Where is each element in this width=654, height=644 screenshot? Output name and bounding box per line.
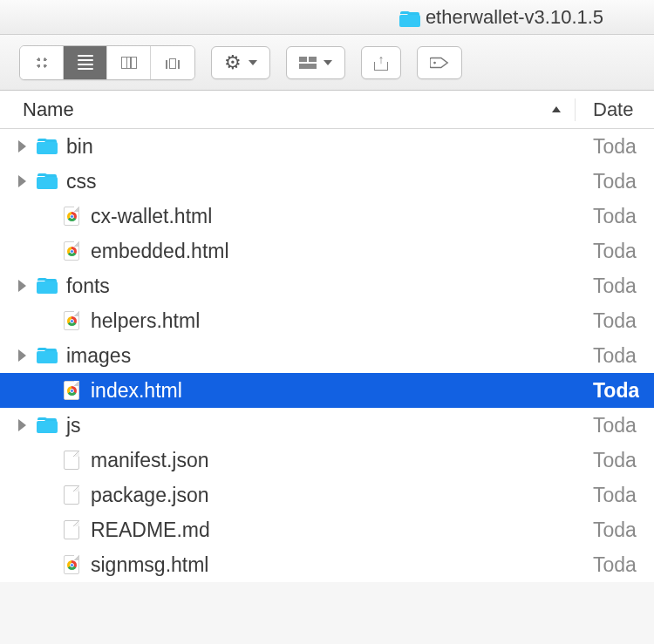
window-title: etherwallet-v3.10.1.5 [426, 6, 603, 29]
svg-rect-4 [37, 281, 58, 294]
file-date: Toda [593, 170, 637, 193]
view-icons-button[interactable] [20, 46, 64, 79]
file-name: images [66, 344, 131, 368]
svg-rect-3 [37, 177, 58, 189]
columns-icon [121, 57, 137, 69]
folder-icon [37, 172, 58, 191]
html-file-icon [61, 381, 82, 400]
folder-icon [37, 276, 58, 295]
file-name: helpers.html [91, 309, 200, 333]
file-row[interactable]: cx-wallet.htmlToda [0, 199, 654, 234]
share-icon: ↑ [374, 55, 388, 71]
file-date: Toda [593, 519, 637, 541]
file-name: signmsg.html [91, 553, 208, 577]
file-row[interactable]: README.mdToda [0, 512, 654, 547]
file-name: bin [66, 135, 93, 159]
file-name: js [66, 414, 81, 437]
view-list-button[interactable] [64, 46, 107, 79]
file-row[interactable]: binToda [0, 129, 654, 164]
coverflow-icon [163, 57, 182, 69]
column-header-date[interactable]: Date [576, 98, 654, 121]
gear-icon: ⚙ [224, 53, 242, 72]
tag-icon [430, 56, 449, 70]
file-date: Toda [593, 379, 639, 402]
html-file-icon [61, 241, 82, 261]
file-name: manifest.json [91, 449, 209, 472]
share-button[interactable]: ↑ [361, 46, 401, 79]
file-date: Toda [593, 205, 637, 227]
column-header-row: Name Date [0, 91, 654, 129]
grid-icon [36, 57, 48, 69]
svg-point-1 [433, 61, 436, 64]
window-titlebar: etherwallet-v3.10.1.5 [0, 0, 654, 35]
file-icon [61, 520, 82, 539]
chevron-down-icon [249, 60, 257, 65]
list-icon [78, 55, 93, 70]
file-row[interactable]: helpers.htmlToda [0, 303, 654, 338]
svg-rect-5 [37, 351, 58, 363]
arrange-menu-button[interactable] [286, 46, 345, 79]
file-row[interactable]: fontsToda [0, 268, 654, 303]
file-name: README.md [91, 519, 210, 542]
svg-rect-2 [37, 142, 58, 154]
file-date: Toda [593, 275, 637, 297]
arrange-icon [299, 57, 317, 69]
file-row[interactable]: jsToda [0, 408, 654, 443]
view-columns-button[interactable] [107, 46, 151, 79]
disclosure-triangle-icon[interactable] [16, 175, 28, 187]
file-row[interactable]: embedded.htmlToda [0, 234, 654, 268]
file-name: embedded.html [91, 240, 229, 263]
file-date: Toda [593, 553, 637, 576]
file-date: Toda [593, 414, 637, 437]
svg-rect-0 [399, 15, 420, 27]
folder-icon [37, 137, 58, 156]
chevron-down-icon [324, 60, 332, 65]
column-header-name-label: Name [23, 98, 74, 121]
file-date: Toda [593, 449, 637, 471]
disclosure-triangle-icon[interactable] [16, 140, 28, 153]
file-name: index.html [91, 379, 182, 403]
column-header-name[interactable]: Name [0, 98, 576, 121]
file-name: css [66, 170, 97, 193]
action-menu-button[interactable]: ⚙ [211, 46, 270, 79]
file-name: fonts [66, 275, 110, 298]
html-file-icon [61, 207, 82, 226]
file-row[interactable]: manifest.jsonToda [0, 443, 654, 478]
file-date: Toda [593, 135, 637, 158]
toolbar: ⚙ ↑ [0, 35, 654, 91]
disclosure-triangle-icon[interactable] [16, 419, 28, 431]
svg-rect-6 [37, 421, 58, 433]
file-date: Toda [593, 344, 637, 367]
html-file-icon [61, 311, 82, 330]
sort-ascending-icon [552, 106, 561, 112]
file-row[interactable]: index.htmlToda [0, 373, 654, 408]
file-date: Toda [593, 484, 637, 506]
file-row[interactable]: imagesToda [0, 338, 654, 373]
folder-icon [37, 346, 58, 365]
file-row[interactable]: cssToda [0, 164, 654, 199]
file-name: cx-wallet.html [91, 205, 212, 228]
file-row[interactable]: signmsg.htmlToda [0, 547, 654, 582]
folder-icon [37, 416, 58, 435]
file-icon [61, 485, 82, 505]
file-row[interactable]: package.jsonToda [0, 478, 654, 512]
view-mode-segment [19, 45, 195, 80]
disclosure-triangle-icon[interactable] [16, 349, 28, 362]
file-date: Toda [593, 309, 637, 332]
view-coverflow-button[interactable] [151, 46, 194, 79]
file-date: Toda [593, 240, 637, 262]
file-icon [61, 451, 82, 470]
disclosure-triangle-icon[interactable] [16, 280, 28, 292]
tags-button[interactable] [417, 46, 462, 79]
folder-icon [399, 10, 419, 24]
html-file-icon [61, 555, 82, 574]
file-name: package.json [91, 484, 209, 507]
column-header-date-label: Date [593, 98, 633, 120]
file-list: binTodacssTodacx-wallet.htmlTodaembedded… [0, 129, 654, 582]
